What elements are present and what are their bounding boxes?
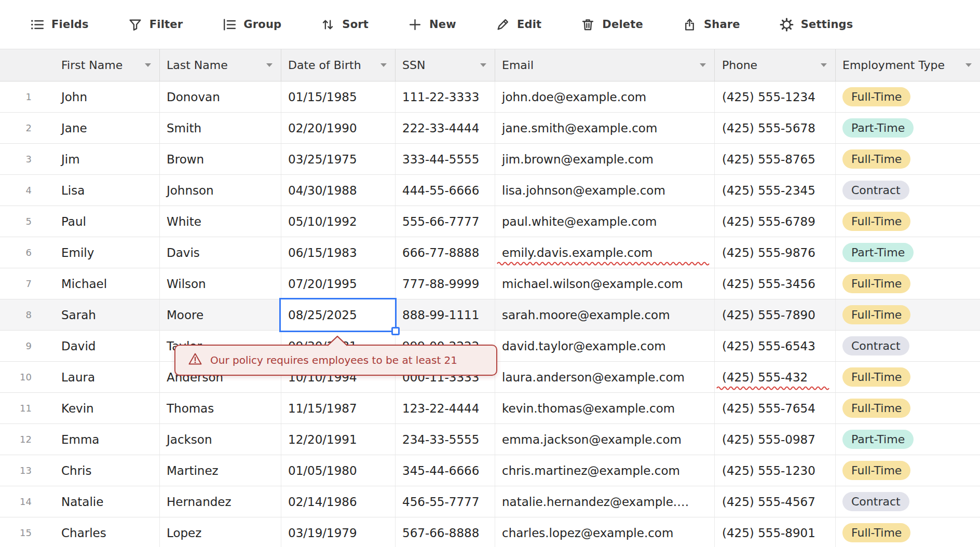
row-number[interactable]: 13 [0, 455, 55, 486]
cell-first-name[interactable]: Kevin [55, 393, 159, 423]
cell-first-name[interactable]: Jane [55, 113, 159, 143]
cell-last-name[interactable]: Hernandez [159, 486, 281, 517]
cell-email[interactable]: kevin.thomas@example.com [495, 393, 714, 423]
cell-ssn[interactable]: 222-33-4444 [395, 113, 495, 143]
cell-employment-type[interactable]: Full-Time [835, 517, 980, 547]
chevron-down-icon[interactable] [145, 63, 151, 67]
cell-email[interactable]: emma.jackson@example.com [495, 424, 714, 455]
cell-date-of-birth[interactable]: 04/30/1988 [281, 175, 395, 206]
fields-button[interactable]: Fields [30, 17, 89, 32]
cell-last-name[interactable]: Moore [159, 299, 281, 330]
settings-button[interactable]: Settings [779, 17, 853, 32]
cell-phone[interactable]: (425) 555-0987 [714, 424, 835, 455]
cell-email[interactable]: laura.anderson@example.com [495, 362, 714, 392]
cell-phone[interactable]: (425) 555-5678 [714, 113, 835, 143]
cell-last-name[interactable]: Wilson [159, 268, 281, 299]
cell-employment-type[interactable]: Full-Time [835, 393, 980, 423]
row-number[interactable]: 1 [0, 81, 55, 112]
cell-phone[interactable]: (425) 555-1230 [714, 455, 835, 486]
cell-employment-type[interactable]: Full-Time [835, 268, 980, 299]
cell-first-name[interactable]: Jim [55, 144, 159, 174]
column-header-date-of-birth[interactable]: Date of Birth [281, 49, 395, 81]
cell-last-name[interactable]: Martinez [159, 455, 281, 486]
cell-ssn[interactable]: 123-22-4444 [395, 393, 495, 423]
cell-employment-type[interactable]: Full-Time [835, 81, 980, 112]
row-number[interactable]: 7 [0, 268, 55, 299]
row-number[interactable]: 2 [0, 113, 55, 143]
chevron-down-icon[interactable] [821, 63, 827, 67]
cell-email[interactable]: jane.smith@example.com [495, 113, 714, 143]
column-header-ssn[interactable]: SSN [395, 49, 495, 81]
cell-first-name[interactable]: Laura [55, 362, 159, 392]
filter-button[interactable]: Filter [128, 17, 183, 32]
cell-first-name[interactable]: Sarah [55, 299, 159, 330]
fill-handle[interactable] [391, 327, 400, 335]
row-number[interactable]: 14 [0, 486, 55, 517]
cell-ssn[interactable]: 456-55-7777 [395, 486, 495, 517]
cell-date-of-birth[interactable]: 02/14/1986 [281, 486, 395, 517]
cell-phone[interactable]: (425) 555-8765 [714, 144, 835, 174]
row-number[interactable]: 5 [0, 206, 55, 237]
cell-date-of-birth[interactable]: 05/10/1992 [281, 206, 395, 237]
group-button[interactable]: Group [222, 17, 281, 32]
cell-employment-type[interactable]: Full-Time [835, 299, 980, 330]
cell-first-name[interactable]: Natalie [55, 486, 159, 517]
row-number[interactable]: 10 [0, 362, 55, 392]
cell-employment-type[interactable]: Full-Time [835, 362, 980, 392]
cell-last-name[interactable]: Davis [159, 237, 281, 268]
cell-ssn[interactable]: 333-44-5555 [395, 144, 495, 174]
cell-employment-type[interactable]: Contract [835, 486, 980, 517]
column-header-last-name[interactable]: Last Name [159, 49, 281, 81]
cell-phone[interactable]: (425) 555-4567 [714, 486, 835, 517]
chevron-down-icon[interactable] [700, 63, 706, 67]
chevron-down-icon[interactable] [266, 63, 273, 67]
row-number[interactable]: 9 [0, 331, 55, 361]
cell-phone[interactable]: (425) 555-8901 [714, 517, 835, 547]
cell-email[interactable]: michael.wilson@example.com [495, 268, 714, 299]
cell-employment-type[interactable]: Full-Time [835, 206, 980, 237]
cell-date-of-birth[interactable]: 01/05/1980 [281, 455, 395, 486]
row-number[interactable]: 4 [0, 175, 55, 206]
cell-phone[interactable]: (425) 555-6789 [714, 206, 835, 237]
cell-first-name[interactable]: Emma [55, 424, 159, 455]
cell-email[interactable]: paul.white@example.com [495, 206, 714, 237]
cell-date-of-birth[interactable]: 02/20/1990 [281, 113, 395, 143]
cell-last-name[interactable]: Brown [159, 144, 281, 174]
column-header-employment-type[interactable]: Employment Type [835, 49, 980, 81]
cell-email[interactable]: david.taylor@example.com [495, 331, 714, 361]
cell-first-name[interactable]: Emily [55, 237, 159, 268]
cell-last-name[interactable]: Smith [159, 113, 281, 143]
cell-last-name[interactable]: White [159, 206, 281, 237]
share-button[interactable]: Share [682, 17, 740, 32]
cell-ssn[interactable]: 444-55-6666 [395, 175, 495, 206]
cell-ssn[interactable]: 777-88-9999 [395, 268, 495, 299]
cell-first-name[interactable]: Paul [55, 206, 159, 237]
cell-first-name[interactable]: John [55, 81, 159, 112]
cell-email[interactable]: jim.brown@example.com [495, 144, 714, 174]
header-corner-cell[interactable] [0, 49, 55, 81]
cell-ssn[interactable]: 888-99-1111 [395, 299, 495, 330]
chevron-down-icon[interactable] [380, 63, 387, 67]
cell-last-name[interactable]: Thomas [159, 393, 281, 423]
cell-date-of-birth[interactable]: 03/19/1979 [281, 517, 395, 547]
selected-cell[interactable]: 08/25/2025 [279, 298, 397, 332]
cell-phone[interactable]: (425) 555-3456 [714, 268, 835, 299]
cell-date-of-birth[interactable]: 03/25/1975 [281, 144, 395, 174]
cell-phone[interactable]: (425) 555-1234 [714, 81, 835, 112]
cell-first-name[interactable]: Michael [55, 268, 159, 299]
cell-email[interactable]: lisa.johnson@example.com [495, 175, 714, 206]
cell-phone[interactable]: (425) 555-9876 [714, 237, 835, 268]
cell-ssn[interactable]: 666-77-8888 [395, 237, 495, 268]
cell-employment-type[interactable]: Part-Time [835, 237, 980, 268]
cell-last-name[interactable]: Jackson [159, 424, 281, 455]
cell-last-name[interactable]: Johnson [159, 175, 281, 206]
cell-first-name[interactable]: Chris [55, 455, 159, 486]
edit-button[interactable]: Edit [495, 17, 541, 32]
cell-employment-type[interactable]: Contract [835, 175, 980, 206]
cell-last-name[interactable]: Lopez [159, 517, 281, 547]
cell-ssn[interactable]: 234-33-5555 [395, 424, 495, 455]
cell-ssn[interactable]: 111-22-3333 [395, 81, 495, 112]
cell-email[interactable]: chris.martinez@example.com [495, 455, 714, 486]
column-header-phone[interactable]: Phone [714, 49, 835, 81]
cell-employment-type[interactable]: Full-Time [835, 455, 980, 486]
